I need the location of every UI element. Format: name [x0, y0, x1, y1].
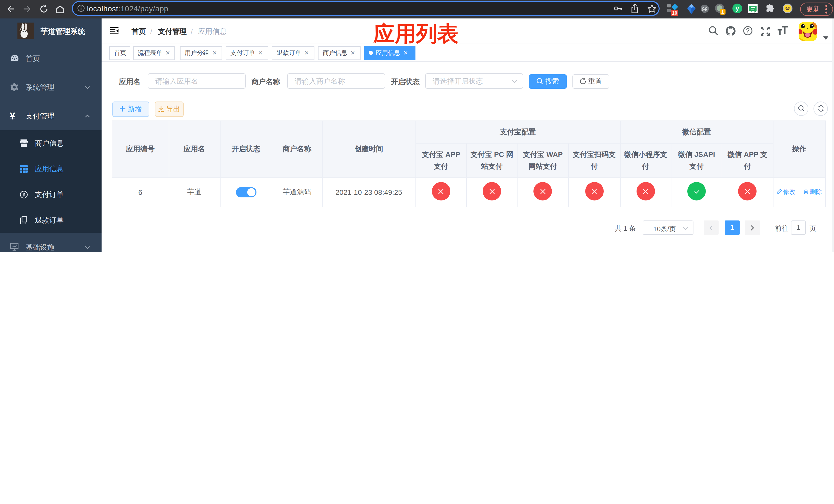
svg-text:y: y	[736, 5, 739, 12]
svg-text:1: 1	[721, 9, 724, 15]
svg-text:10: 10	[672, 10, 677, 16]
